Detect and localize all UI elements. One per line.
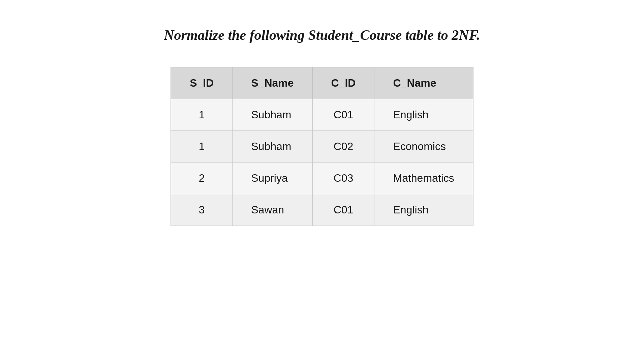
cell-s-id: 3	[171, 194, 233, 226]
student-course-table: S_ID S_Name C_ID C_Name 1SubhamC01Englis…	[171, 67, 473, 226]
cell-c-id: C01	[312, 194, 374, 226]
col-header-c-name: C_Name	[374, 67, 473, 99]
cell-c-id: C02	[312, 131, 374, 163]
cell-s-name: Supriya	[233, 163, 312, 194]
col-header-s-name: S_Name	[233, 67, 312, 99]
col-header-c-id: C_ID	[312, 67, 374, 99]
cell-c-name: Mathematics	[374, 163, 473, 194]
cell-s-name: Sawan	[233, 194, 312, 226]
table-row: 3SawanC01English	[171, 194, 473, 226]
cell-c-name: Economics	[374, 131, 473, 163]
cell-c-name: English	[374, 99, 473, 131]
table-row: 1SubhamC02Economics	[171, 131, 473, 163]
cell-s-id: 2	[171, 163, 233, 194]
cell-c-id: C01	[312, 99, 374, 131]
col-header-s-id: S_ID	[171, 67, 233, 99]
table-row: 1SubhamC01English	[171, 99, 473, 131]
cell-c-id: C03	[312, 163, 374, 194]
cell-s-name: Subham	[233, 131, 312, 163]
table-container: S_ID S_Name C_ID C_Name 1SubhamC01Englis…	[171, 67, 473, 226]
table-header-row: S_ID S_Name C_ID C_Name	[171, 67, 473, 99]
cell-s-id: 1	[171, 99, 233, 131]
cell-c-name: English	[374, 194, 473, 226]
cell-s-id: 1	[171, 131, 233, 163]
table-row: 2SupriyaC03Mathematics	[171, 163, 473, 194]
page-title: Normalize the following Student_Course t…	[164, 27, 480, 43]
cell-s-name: Subham	[233, 99, 312, 131]
